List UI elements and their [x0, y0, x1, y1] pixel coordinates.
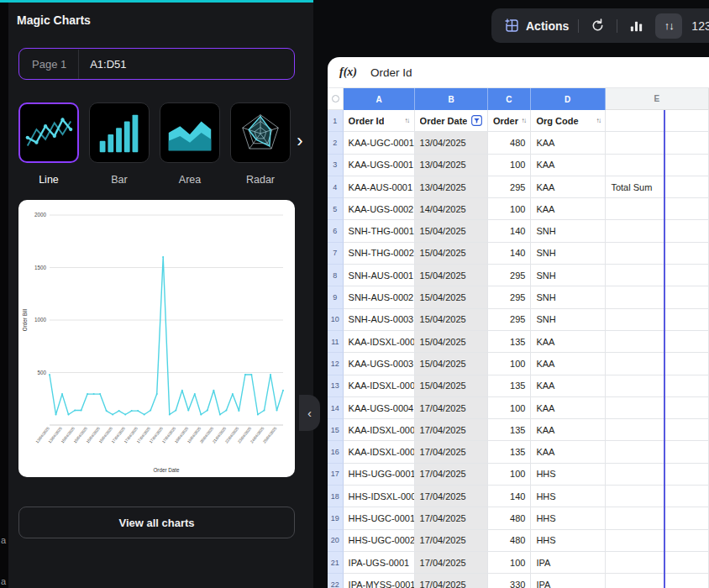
cell-D15[interactable]: KAA — [531, 419, 606, 441]
cell-D8[interactable]: SNH — [531, 265, 606, 286]
cell-B11[interactable]: 15/04/2025 — [415, 331, 488, 353]
cell-A18[interactable]: HHS-IDSXL-0001 — [344, 486, 415, 507]
cell-A2[interactable]: KAA-UGC-0001 — [344, 132, 415, 154]
cell-A13[interactable]: KAA-IDSXL-0002 — [344, 375, 415, 397]
cell-B22[interactable]: 17/04/2025 — [415, 574, 488, 588]
cell-B2[interactable]: 13/04/2025 — [415, 132, 488, 154]
row-number[interactable]: 21 — [328, 552, 344, 574]
cell-B7[interactable]: 15/04/2025 — [415, 243, 488, 265]
cell-E7[interactable] — [606, 243, 709, 265]
row-number[interactable]: 16 — [328, 441, 344, 463]
cell-C12[interactable]: 100 — [488, 353, 531, 375]
chart-tool-button[interactable] — [625, 14, 648, 37]
cell-B16[interactable]: 17/04/2025 — [415, 441, 488, 463]
cell-E22[interactable] — [606, 574, 709, 588]
cell-B15[interactable]: 17/04/2025 — [415, 419, 488, 441]
cell-C14[interactable]: 100 — [488, 397, 531, 419]
cell-B9[interactable]: 15/04/2025 — [415, 286, 488, 308]
cell-C7[interactable]: 140 — [488, 243, 531, 265]
cell-C8[interactable]: 295 — [488, 265, 531, 286]
cell-A6[interactable]: SNH-THG-0001 — [344, 220, 415, 242]
cell-E2[interactable] — [606, 132, 709, 154]
cell-D13[interactable]: KAA — [531, 375, 606, 397]
cell-B13[interactable]: 15/04/2025 — [415, 375, 488, 397]
cell-E1[interactable] — [606, 110, 709, 132]
cell-C18[interactable]: 140 — [488, 486, 531, 507]
cell-A20[interactable]: HHS-UGC-0002 — [344, 530, 415, 552]
panel-collapse-handle[interactable]: ‹ — [299, 395, 320, 431]
cell-D2[interactable]: KAA — [531, 132, 606, 154]
cell-B12[interactable]: 15/04/2025 — [415, 353, 488, 375]
cell-B10[interactable]: 15/04/2025 — [415, 309, 488, 331]
row-number[interactable]: 11 — [328, 331, 344, 353]
sort-arrows-icon[interactable]: ↑↓ — [405, 117, 409, 124]
cell-D21[interactable]: IPA — [531, 552, 606, 574]
cell-B6[interactable]: 15/04/2025 — [415, 220, 488, 242]
cell-B14[interactable]: 17/04/2025 — [415, 397, 488, 419]
cell-C11[interactable]: 135 — [488, 331, 531, 353]
view-all-charts-button[interactable]: View all charts — [18, 507, 295, 538]
actions-button[interactable]: Actions — [502, 16, 570, 35]
cell-C13[interactable]: 135 — [488, 375, 531, 397]
cell-A11[interactable]: KAA-IDSXL-0001 — [344, 331, 415, 353]
cell-D14[interactable]: KAA — [531, 397, 606, 419]
column-header-E[interactable]: E — [606, 88, 709, 110]
cell-D16[interactable]: KAA — [531, 441, 606, 463]
row-number[interactable]: 7 — [328, 243, 344, 265]
cell-A15[interactable]: KAA-IDSXL-0003 — [344, 419, 415, 441]
sort-tool-button[interactable]: ↑↓ — [655, 13, 682, 39]
cell-A17[interactable]: HHS-UGG-0001 — [344, 464, 415, 486]
cell-E3[interactable] — [606, 155, 709, 176]
cell-D20[interactable]: HHS — [531, 530, 606, 552]
cell-E6[interactable] — [606, 220, 709, 242]
cell-D11[interactable]: KAA — [531, 331, 606, 353]
cell-A9[interactable]: SNH-AUS-0002 — [344, 286, 415, 308]
cell-C16[interactable]: 135 — [488, 441, 531, 463]
cell-D10[interactable]: SNH — [531, 309, 606, 331]
row-number[interactable]: 8 — [328, 265, 344, 286]
row-number[interactable]: 19 — [328, 507, 344, 529]
range-selector[interactable]: Page 1 A1:D51 — [18, 48, 295, 80]
cell-A19[interactable]: HHS-UGC-0001 — [344, 507, 415, 529]
cell-C6[interactable]: 140 — [488, 220, 531, 242]
carousel-next-button[interactable]: › — [289, 131, 311, 153]
cell-E13[interactable] — [606, 375, 709, 397]
cell-C3[interactable]: 100 — [488, 155, 531, 176]
cell-B3[interactable]: 13/04/2025 — [415, 155, 488, 176]
chart-type-radar[interactable] — [230, 102, 291, 163]
refresh-button[interactable] — [586, 14, 609, 37]
cell-B20[interactable]: 17/04/2025 — [415, 530, 488, 552]
cell-E14[interactable] — [606, 397, 709, 419]
cell-B19[interactable]: 17/04/2025 — [415, 507, 488, 529]
cell-E10[interactable] — [606, 309, 709, 331]
cell-A10[interactable]: SNH-AUS-0003 — [344, 309, 415, 331]
cell-E18[interactable] — [606, 486, 709, 507]
cell-D6[interactable]: SNH — [531, 220, 606, 242]
row-number[interactable]: 15 — [328, 419, 344, 441]
column-header-A[interactable]: A — [344, 88, 415, 110]
chart-type-area[interactable] — [160, 102, 220, 163]
formula-value[interactable]: Order Id — [370, 66, 412, 79]
cell-C17[interactable]: 100 — [488, 464, 531, 486]
cell-E17[interactable] — [606, 464, 709, 486]
row-number[interactable]: 13 — [328, 375, 344, 397]
cell-E12[interactable] — [606, 353, 709, 375]
cell-D19[interactable]: HHS — [531, 507, 606, 529]
cell-E8[interactable] — [606, 265, 709, 286]
cell-D1[interactable]: Org Code↑↓ — [531, 110, 606, 132]
sort-arrows-icon[interactable]: ↑↓ — [596, 117, 600, 124]
cell-A5[interactable]: KAA-UGS-0002 — [344, 198, 415, 220]
cell-C5[interactable]: 100 — [488, 198, 531, 220]
chart-type-bar[interactable] — [89, 102, 150, 163]
filter-funnel-icon[interactable] — [471, 115, 482, 126]
row-number[interactable]: 14 — [328, 397, 344, 419]
cell-C2[interactable]: 480 — [488, 132, 531, 154]
cell-A4[interactable]: KAA-AUS-0001 — [344, 176, 415, 198]
cell-E19[interactable] — [606, 507, 709, 529]
cell-D5[interactable]: KAA — [531, 198, 606, 220]
cell-D9[interactable]: SNH — [531, 286, 606, 308]
cell-E21[interactable] — [606, 552, 709, 574]
cell-C4[interactable]: 295 — [488, 176, 531, 198]
row-number[interactable]: 6 — [328, 220, 344, 242]
cell-A8[interactable]: SNH-AUS-0001 — [344, 265, 415, 286]
